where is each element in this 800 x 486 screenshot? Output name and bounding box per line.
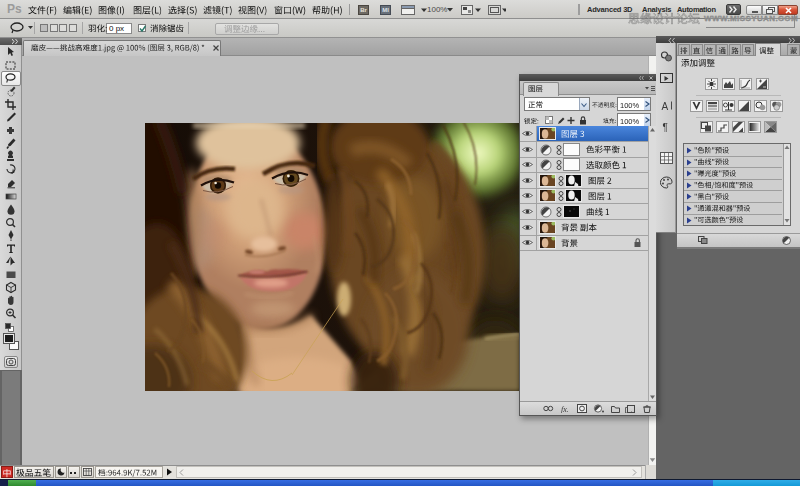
svg-text:¶: ¶ — [663, 122, 668, 133]
svg-text:fx.: fx. — [561, 405, 569, 414]
svg-text:A: A — [662, 101, 669, 112]
